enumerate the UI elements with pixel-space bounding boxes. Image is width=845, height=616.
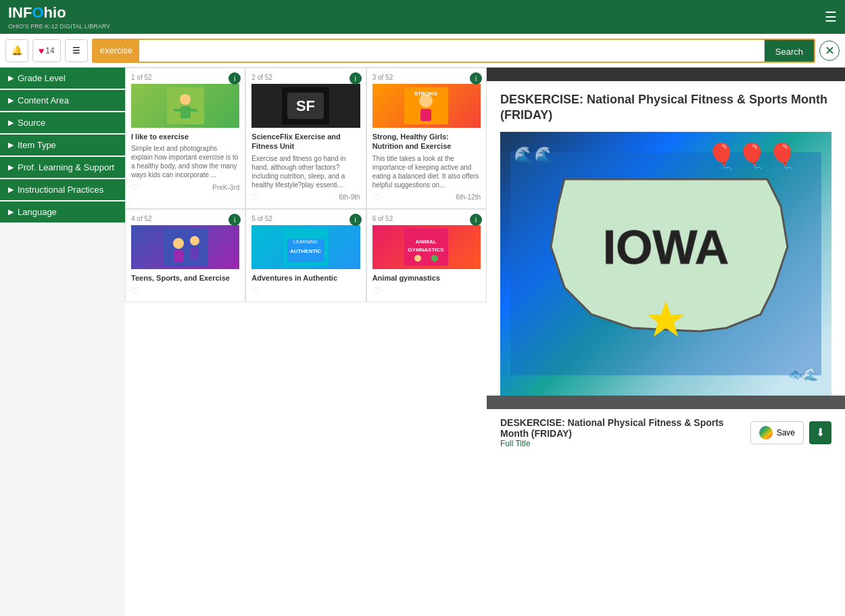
svg-point-13	[173, 238, 184, 249]
sidebar-item-instructional-practices[interactable]: ▶ Instructional Practices	[0, 179, 125, 200]
detail-video-area: 🎈🎈🎈 IOWA 🌊🌊 🐟🌊	[500, 132, 831, 396]
heart-icon[interactable]: ♡	[131, 285, 140, 296]
card-footer: ♡	[372, 285, 481, 296]
bell-icon: 🔔	[11, 45, 23, 55]
card-info-button[interactable]: i	[470, 214, 482, 226]
card-info-button[interactable]: i	[228, 72, 241, 85]
card-title: Animal gymnastics	[372, 273, 481, 283]
heart-icon[interactable]: ♡	[372, 192, 381, 203]
sidebar-item-item-type[interactable]: ▶ Item Type	[0, 135, 125, 156]
svg-point-15	[190, 236, 199, 245]
results-grid: 1 of 52 i I like to exercise Simple text…	[125, 68, 487, 302]
search-input-wrap: exercise Search	[92, 39, 815, 63]
card-info-button[interactable]: i	[349, 214, 362, 226]
balloons-decoration: 🎈🎈🎈	[706, 142, 798, 170]
main-layout: ▶ Grade Level ▶ Content Area ▶ Source ▶ …	[0, 68, 845, 616]
heart-icon: ♥	[39, 45, 44, 56]
sidebar-item-prof-learning[interactable]: ▶ Prof. Learning & Support	[0, 157, 125, 178]
card-grade: PreK-3rd	[212, 184, 239, 191]
exercise-thumb-svg	[167, 87, 204, 124]
svg-point-25	[431, 255, 438, 262]
heart-icon[interactable]: ♡	[251, 285, 260, 296]
result-card[interactable]: 2 of 52 i SF ScienceFlix Exercise and Fi…	[245, 68, 366, 209]
left-sidebar: ▶ Grade Level ▶ Content Area ▶ Source ▶ …	[0, 68, 125, 616]
card-desc: Exercise and fitness go hand in hand, al…	[251, 154, 360, 189]
card-title: Adventures in Authentic	[251, 273, 360, 283]
card-desc: This title takes a look at the importanc…	[372, 154, 481, 189]
close-icon: ✕	[825, 43, 835, 58]
card-title: Strong, Healthy Girls: Nutrition and Exe…	[372, 132, 481, 151]
footer-actions: Save ⬇	[750, 421, 831, 444]
card-thumbnail: ANIMAL GYMNASTICS	[372, 225, 481, 269]
search-button[interactable]: Search	[765, 40, 814, 63]
card-info-button[interactable]: i	[470, 72, 482, 85]
chevron-icon: ▶	[8, 74, 14, 82]
svg-rect-10	[420, 109, 431, 121]
svg-text:LEARNING: LEARNING	[293, 239, 318, 244]
close-search-button[interactable]: ✕	[819, 41, 840, 61]
result-card[interactable]: 4 of 52 i Teens, Sports, and Exercise ♡	[125, 209, 245, 302]
card-footer: ♡	[131, 285, 239, 296]
bell-button[interactable]: 🔔	[5, 39, 28, 62]
detail-footer-sub[interactable]: Full Title	[500, 439, 750, 448]
card-desc: Simple text and photographs explain how …	[131, 144, 239, 179]
chevron-icon: ▶	[8, 96, 14, 105]
animal-thumb-svg: ANIMAL GYMNASTICS	[404, 229, 448, 266]
sidebar-item-language[interactable]: ▶ Language	[0, 202, 125, 222]
sidebar-item-label: Source	[18, 118, 45, 128]
save-button[interactable]: Save	[750, 421, 804, 444]
sidebar-item-label: Grade Level	[18, 73, 66, 83]
card-footer: ♡ 6th-9th	[251, 192, 360, 203]
list-button[interactable]: ☰	[65, 39, 88, 62]
adventures-thumb-svg: AUTHENTIC LEARNING	[284, 229, 328, 266]
svg-rect-2	[180, 106, 191, 118]
top-navigation: INFOhio OHIO'S PRE-K-12 DIGITAL LIBRARY …	[0, 0, 845, 34]
svg-text:AUTHENTIC: AUTHENTIC	[290, 248, 321, 254]
chevron-icon: ▶	[8, 163, 14, 172]
logo-text: INFOhio	[8, 4, 110, 22]
svg-rect-16	[191, 247, 199, 260]
teens-thumb-svg	[164, 229, 208, 266]
result-card[interactable]: 6 of 52 i ANIMAL GYMNASTICS Animal gymna…	[366, 209, 487, 302]
card-title: Teens, Sports, and Exercise	[131, 273, 239, 283]
svg-text:GYMNASTICS: GYMNASTICS	[408, 247, 445, 253]
svg-rect-3	[174, 109, 182, 112]
detail-footer: DESKERCISE: National Physical Fitness & …	[487, 409, 845, 456]
sidebar-item-label: Language	[18, 207, 57, 217]
heart-icon[interactable]: ♡	[131, 182, 140, 193]
svg-rect-0	[167, 87, 204, 124]
card-thumbnail: AUTHENTIC LEARNING	[251, 225, 360, 269]
iowa-label: IOWA	[603, 221, 729, 274]
chevron-icon: ▶	[8, 141, 14, 149]
search-input[interactable]	[139, 40, 765, 62]
card-info-button[interactable]: i	[228, 214, 241, 226]
svg-text:STRONG: STRONG	[414, 91, 437, 97]
chevron-icon: ▶	[8, 208, 14, 216]
card-thumbnail: SF	[251, 84, 360, 128]
sidebar-item-label: Prof. Learning & Support	[18, 162, 114, 172]
result-card[interactable]: 5 of 52 i AUTHENTIC LEARNING Adventures …	[245, 209, 366, 302]
sidebar-item-label: Item Type	[18, 140, 56, 150]
card-footer: ♡ 6th-12th	[372, 192, 481, 203]
card-info-button[interactable]: i	[349, 72, 362, 85]
card-thumbnail: STRONG	[372, 84, 481, 128]
favorites-button[interactable]: ♥ 14	[32, 39, 61, 62]
result-card[interactable]: 1 of 52 i I like to exercise Simple text…	[125, 68, 245, 209]
download-icon: ⬇	[816, 426, 825, 439]
sidebar-item-content-area[interactable]: ▶ Content Area	[0, 90, 125, 111]
sf-thumb-svg: SF	[282, 87, 329, 124]
card-footer: ♡	[251, 285, 360, 296]
heart-icon[interactable]: ♡	[251, 192, 260, 203]
download-button[interactable]: ⬇	[809, 421, 831, 444]
chevron-icon: ▶	[8, 118, 14, 127]
card-grade: 6th-9th	[339, 193, 360, 201]
detail-header-bar	[487, 68, 845, 81]
heart-icon[interactable]: ♡	[372, 285, 381, 296]
svg-rect-12	[164, 229, 208, 266]
svg-point-1	[180, 94, 191, 105]
sidebar-item-grade-level[interactable]: ▶ Grade Level	[0, 68, 125, 89]
result-card[interactable]: 3 of 52 i STRONG Strong, Healthy Girls: …	[366, 68, 487, 209]
bottom-decoration: 🐟🌊	[788, 367, 818, 382]
hamburger-button[interactable]: ☰	[825, 9, 837, 25]
sidebar-item-source[interactable]: ▶ Source	[0, 112, 125, 133]
